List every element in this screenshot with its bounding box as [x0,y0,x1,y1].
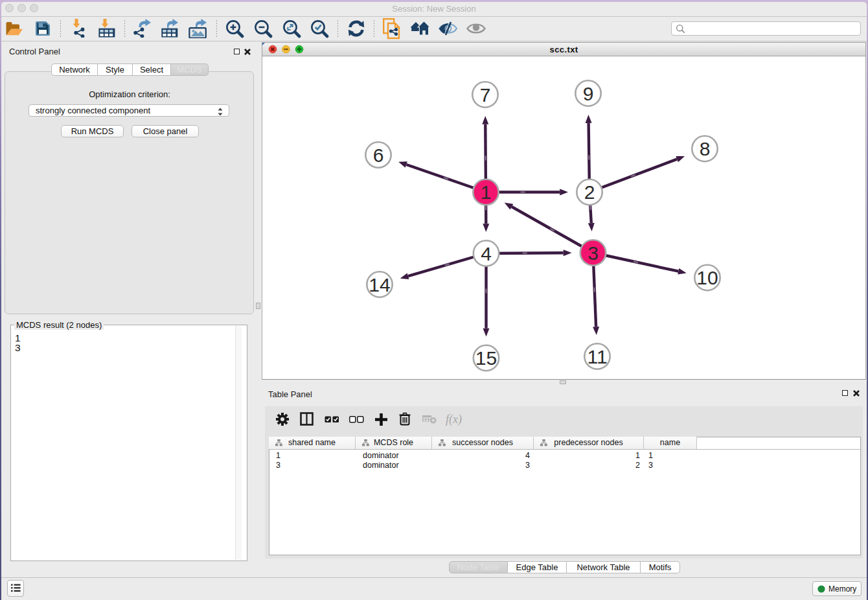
svg-text:9: 9 [583,83,594,104]
svg-text:8: 8 [700,138,711,159]
svg-text:11: 11 [587,346,607,367]
svg-text:6: 6 [373,144,384,166]
svg-text:10: 10 [696,267,718,288]
svg-text:4: 4 [481,243,492,264]
svg-text:1: 1 [481,181,492,203]
svg-text:15: 15 [475,347,497,369]
svg-text:7: 7 [480,84,491,106]
svg-text:2: 2 [584,181,595,203]
svg-text:14: 14 [369,274,390,295]
svg-text:3: 3 [588,242,599,264]
